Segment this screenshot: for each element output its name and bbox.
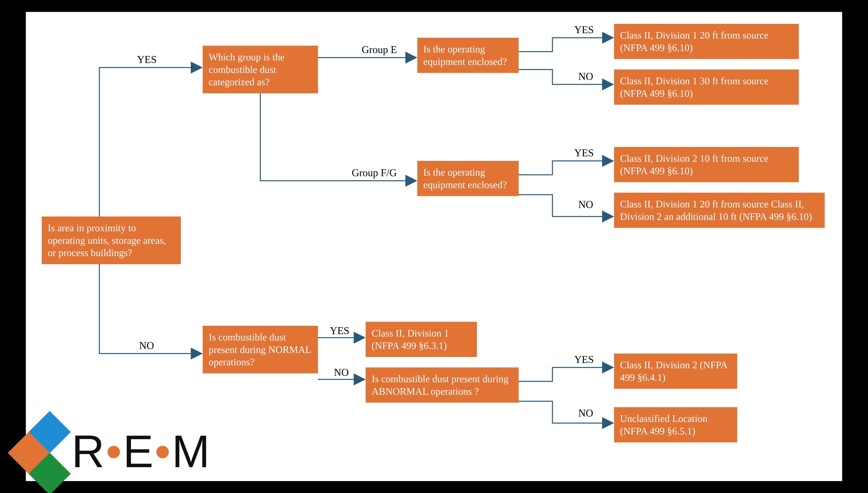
logo-e: E <box>123 426 155 477</box>
edge-label-group-fg: Group F/G <box>352 167 397 178</box>
logo-dot: • <box>106 426 123 477</box>
flowchart-frame: Is area in proximity to operating units,… <box>26 12 842 481</box>
node-result-e-no: Class II, Division 1 30 ft from source (… <box>614 69 799 105</box>
node-result-abnormal-no: Unclassified Location (NFPA 499 §6.5.1) <box>614 407 737 442</box>
node-result-normal-yes: Class II, Division 1 (NFPA 499 §6.3.1) <box>366 322 477 357</box>
edge-label-no: NO <box>334 366 349 378</box>
edge-label-group-e: Group E <box>362 44 397 56</box>
node-result-fg-yes: Class II, Division 2 10 ft from source (… <box>614 147 799 182</box>
node-enclosed-fg-question: Is the operating equipment enclosed? <box>417 161 518 196</box>
node-abnormal-question: Is combustible dust present during ABNOR… <box>366 367 518 403</box>
logo-r: R <box>71 426 106 477</box>
edge-label-yes: YES <box>574 24 594 36</box>
rem-logo: R•E•M <box>8 415 247 481</box>
logo-m: M <box>172 426 211 477</box>
logo-text: R•E•M <box>71 425 211 478</box>
edge-label-no: NO <box>578 70 593 82</box>
node-result-e-yes: Class II, Division 1 20 ft from source (… <box>614 24 799 59</box>
node-result-abnormal-yes: Class II, Division 2 (NFPA 499 §6.4.1) <box>614 353 737 389</box>
edge-label-yes: YES <box>137 53 156 65</box>
node-root-question: Is area in proximity to operating units,… <box>42 216 181 264</box>
node-group-question: Which group is the combustible dust cate… <box>203 46 318 93</box>
node-normal-question: Is combustible dust present during NORMA… <box>203 326 318 373</box>
edge-label-no: NO <box>139 340 154 351</box>
node-enclosed-e-question: Is the operating equipment enclosed? <box>417 38 518 73</box>
edge-label-yes: YES <box>574 353 594 365</box>
node-result-fg-no: Class II, Division 1 20 ft from source C… <box>614 193 825 228</box>
logo-dot: • <box>155 426 172 477</box>
edge-label-yes: YES <box>330 325 350 337</box>
edge-label-no: NO <box>578 407 593 419</box>
edge-label-yes: YES <box>574 147 594 159</box>
edge-label-no: NO <box>578 199 593 210</box>
